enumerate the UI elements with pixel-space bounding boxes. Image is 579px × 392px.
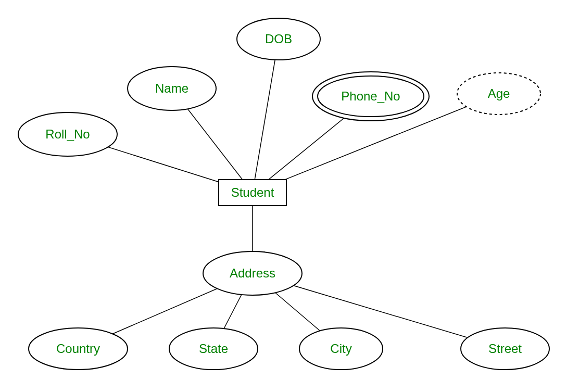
entity-student-label: Student [231,185,274,199]
attr-street-label: Street [488,342,522,356]
attr-city-label: City [330,342,351,356]
attr-address-label: Address [230,266,275,280]
attr-dob-label: DOB [265,32,292,46]
attr-age-label: Age [488,86,510,100]
attr-state-label: State [199,342,228,356]
attr-rollno-label: Roll_No [45,127,90,141]
attr-country-label: Country [56,342,100,356]
attr-phoneno-label: Phone_No [341,89,400,103]
edge-student-dob [253,39,279,193]
attr-name-label: Name [155,81,188,95]
er-diagram: Student DOB Name Phone_No Age Roll_No Ad… [0,0,579,392]
